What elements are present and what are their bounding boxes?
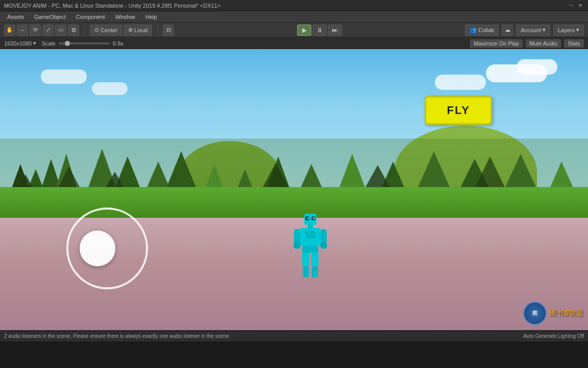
move-tool[interactable]: ↔ [17, 25, 28, 36]
window-title: MOVEJOY ANIM - PC, Mac & Linux Standalon… [4, 3, 220, 9]
collab-button[interactable]: 👥 Collab [465, 25, 499, 36]
menu-help[interactable]: Help [141, 13, 161, 21]
stats-button[interactable]: Stats [564, 39, 584, 48]
menu-component[interactable]: Component [72, 13, 109, 21]
minimize-button[interactable]: ─ [568, 2, 575, 9]
account-button[interactable]: Account ▾ [516, 25, 550, 36]
play-button[interactable]: ▶ [297, 25, 311, 36]
cloud-2 [517, 59, 557, 75]
joystick-thumb[interactable] [80, 231, 115, 266]
svg-point-41 [313, 217, 315, 219]
menu-assets[interactable]: Assets [3, 13, 28, 21]
collab-icon: 👥 [470, 27, 477, 33]
scale-container: Scale 0.8x [41, 40, 123, 47]
rect-tool[interactable]: ▭ [55, 25, 66, 36]
toolbar-right: 👥 Collab ☁ Account ▾ Layers ▾ [465, 25, 584, 36]
center-button[interactable]: ⊙ Center [90, 25, 122, 36]
svg-rect-36 [303, 266, 309, 278]
extra-tool[interactable]: ⊟ [163, 25, 174, 36]
local-button[interactable]: ⊛ Local [124, 25, 152, 36]
viewport-right-buttons: Maximize On Play Mute Audio Stats [470, 39, 584, 48]
toolbar: ✋ ↔ ⟳ ⤢ ▭ ⊞ ⊙ Center ⊛ Local ⊟ ▶ ⏸ ⏭ 👥 C… [0, 22, 588, 38]
player-character [290, 213, 331, 279]
watermark: 图 图书管联盟 [523, 302, 583, 325]
cloud-3 [435, 75, 486, 90]
play-controls: ▶ ⏸ ⏭ [297, 25, 342, 36]
pause-button[interactable]: ⏸ [312, 25, 327, 36]
character-svg [290, 213, 331, 279]
account-label: Account [521, 27, 541, 33]
mute-audio-button[interactable]: Mute Audio [526, 39, 561, 48]
svg-rect-37 [312, 266, 318, 278]
layers-chevron-icon: ▾ [576, 27, 579, 33]
step-button[interactable]: ⏭ [328, 25, 342, 36]
menu-window[interactable]: Window [111, 13, 139, 21]
title-bar-buttons: ─ ✕ [568, 2, 584, 9]
separator-1 [84, 25, 85, 35]
chevron-down-icon: ▾ [543, 27, 546, 33]
svg-rect-26 [308, 225, 313, 228]
scale-tool[interactable]: ⤢ [42, 25, 54, 36]
transform-tools: ✋ ↔ ⟳ ⤢ ▭ ⊞ [4, 25, 79, 36]
cloud-5 [92, 82, 128, 95]
svg-rect-34 [302, 252, 309, 267]
collab-label: Collab [478, 27, 494, 33]
game-viewport[interactable]: FLY [0, 49, 588, 330]
title-bar: MOVEJOY ANIM - PC, Mac & Linux Standalon… [0, 0, 588, 11]
maximize-on-play-button[interactable]: Maximize On Play [470, 39, 523, 48]
close-button[interactable]: ✕ [577, 2, 584, 9]
scale-slider[interactable] [59, 42, 110, 44]
transform-tool[interactable]: ⊞ [68, 25, 79, 36]
menu-gameobject[interactable]: GameObject [30, 13, 70, 21]
scale-value: 0.8x [113, 40, 124, 47]
svg-rect-33 [302, 246, 318, 253]
resolution-dropdown[interactable]: 1920x1080 ▾ [4, 40, 36, 47]
cloud-button[interactable]: ☁ [502, 25, 513, 36]
viewport-bar: 1920x1080 ▾ Scale 0.8x Maximize On Play … [0, 38, 588, 49]
status-bar: 2 audio listeners in the scene. Please e… [0, 330, 588, 341]
lighting-status: Auto Generate Lighting Off [523, 333, 584, 339]
status-message: 2 audio listeners in the scene. Please e… [4, 333, 230, 339]
svg-rect-28 [305, 231, 315, 238]
resolution-chevron-icon: ▾ [33, 40, 36, 47]
scale-thumb[interactable] [65, 41, 70, 46]
svg-point-32 [320, 242, 327, 249]
center-label: Center [101, 27, 117, 33]
center-icon: ⊙ [94, 27, 99, 33]
resolution-value: 1920x1080 [4, 40, 32, 47]
joystick[interactable] [66, 208, 148, 289]
layers-label: Layers [558, 27, 575, 33]
local-label: Local [134, 27, 148, 33]
cloud-4 [41, 70, 87, 84]
status-right: Auto Generate Lighting Off [523, 333, 584, 339]
scale-label: Scale [41, 40, 56, 47]
menu-bar: Assets GameObject Component Window Help [0, 11, 588, 22]
svg-point-31 [293, 242, 301, 249]
svg-rect-35 [311, 252, 318, 267]
svg-point-40 [307, 217, 309, 219]
watermark-logo: 图 [523, 302, 547, 325]
pivot-group: ⊙ Center ⊛ Local [90, 25, 152, 36]
separator-2 [157, 25, 158, 35]
hand-tool[interactable]: ✋ [4, 25, 15, 36]
rotate-tool[interactable]: ⟳ [30, 25, 41, 36]
watermark-label: 图书管联盟 [550, 309, 583, 318]
layers-button[interactable]: Layers ▾ [553, 25, 584, 36]
local-icon: ⊛ [128, 27, 133, 33]
fly-button[interactable]: FLY [425, 96, 492, 125]
